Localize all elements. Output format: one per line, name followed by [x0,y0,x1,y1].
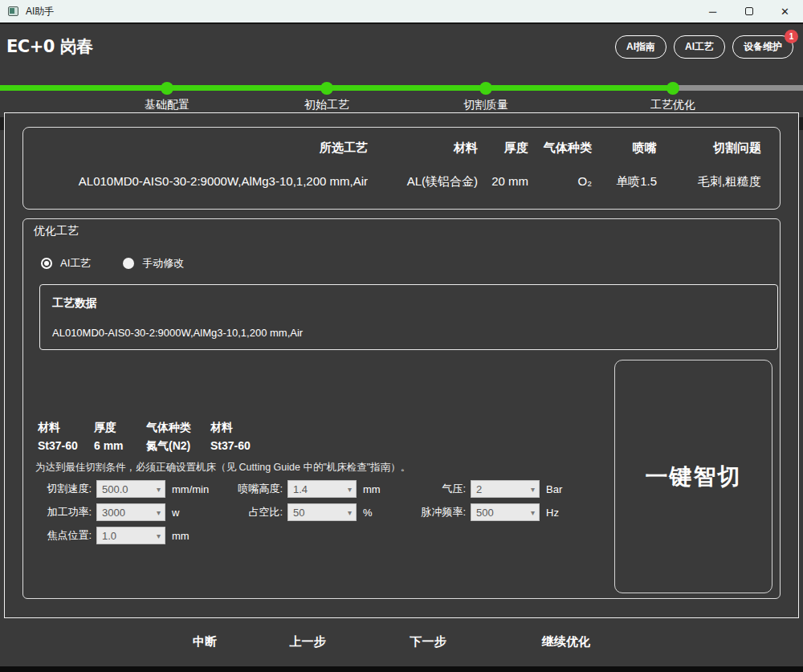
cutting-speed-unit: mm/min [172,483,228,495]
gas-pressure-value: 2 [471,483,531,495]
duty-cycle-label: 占空比: [228,505,283,519]
cell-selected-process: AL010MD0-AIS0-30-2:9000W,AlMg3-10,1,200 … [43,174,368,189]
laser-power-unit: w [172,507,228,519]
nozzle-height-label: 喷嘴高度: [228,482,283,496]
previous-step-button[interactable]: 上一步 [290,634,326,650]
step-label-initial-process[interactable]: 初始工艺 [304,98,349,112]
material-value: St37-60 [38,439,94,452]
table-row: AL010MD0-AIS0-30-2:9000W,AlMg3-10,1,200 … [43,156,760,189]
thickness-label: 厚度 [94,421,146,435]
step-label-cut-quality[interactable]: 切割质量 [463,98,508,112]
groupbox-title: 优化工艺 [34,224,780,238]
chevron-down-icon: ▾ [348,485,356,494]
maximize-icon [745,7,753,15]
col-header-material: 材料 [368,141,478,156]
title-bar: AI助手 ─ ✕ [0,0,803,24]
gas-type-label: 气体种类 [146,421,210,435]
cell-gas-type: O₂ [528,174,592,189]
next-step-button[interactable]: 下一步 [410,634,446,650]
focus-position-select[interactable]: 1.0 ▾ [96,527,165,544]
gas-pressure-unit: Bar [546,483,562,495]
chevron-down-icon: ▾ [348,508,356,517]
cell-cut-issue: 毛刺,粗糙度 [657,174,761,189]
device-maintenance-label: 设备维护 [744,41,782,52]
material-info-item: 气体种类 氮气(N2) [146,421,210,454]
thickness-value: 6 mm [94,439,146,452]
continue-optimize-button[interactable]: 继续优化 [542,634,590,650]
chevron-down-icon: ▾ [531,508,539,517]
laser-power-select[interactable]: 3000 ▾ [96,503,165,521]
ai-process-button[interactable]: AI工艺 [674,35,725,59]
cell-nozzle: 单喷1.5 [592,174,657,189]
header: EC+0 岗春 AI指南 AI工艺 设备维护 1 [0,24,803,69]
col-header-cut-issue: 切割问题 [657,141,761,156]
duty-cycle-select[interactable]: 50 ▾ [287,503,357,521]
laser-power-value: 3000 [97,507,157,519]
step-dot-process-optimize [666,82,679,95]
pulse-frequency-label: 脉冲频率: [387,505,466,519]
gas-pressure-label: 气压: [387,482,466,496]
step-label-basic-config[interactable]: 基础配置 [145,98,190,112]
one-click-smart-cut-button[interactable]: 一键智切 [614,360,772,593]
nozzle-height-select[interactable]: 1.4 ▾ [287,480,357,498]
progress-track-fill [0,85,675,91]
gas-type-value: 氮气(N2) [146,439,210,454]
optimize-process-groupbox: 优化工艺 AI工艺 手动修改 工艺数据 AL010MD0-AIS0-30-2:9… [22,218,781,599]
ai-guide-button[interactable]: AI指南 [615,35,666,59]
col-header-nozzle: 喷嘴 [592,141,657,156]
step-label-process-optimize[interactable]: 工艺优化 [650,98,695,112]
abort-button[interactable]: 中断 [193,634,217,650]
window-controls: ─ ✕ [695,0,803,22]
summary-header-row: 所选工艺 材料 厚度 气体种类 喷嘴 切割问题 [43,141,760,156]
gas-pressure-select[interactable]: 2 ▾ [471,480,540,498]
progress-stepper: 基础配置 初始工艺 切割质量 工艺优化 [0,75,803,116]
header-buttons: AI指南 AI工艺 设备维护 1 [615,35,797,59]
app-window-icon [8,6,18,16]
ai-process-radio[interactable] [41,258,52,269]
mode-radio-group: AI工艺 手动修改 [41,256,780,271]
material-info-item: 材料 St37-60 [210,421,251,454]
material-label: 材料 [38,421,94,435]
ai-process-radio-label[interactable]: AI工艺 [60,256,91,271]
manual-edit-radio-label[interactable]: 手动修改 [142,256,184,271]
pulse-frequency-value: 500 [471,507,531,519]
selected-process-summary-card: 所选工艺 材料 厚度 气体种类 喷嘴 切割问题 AL010MD0-AIS0-30… [22,127,781,210]
close-button[interactable]: ✕ [767,0,803,22]
focus-position-label: 焦点位置: [34,528,92,543]
cutting-speed-label: 切割速度: [34,482,92,496]
process-data-box: 工艺数据 AL010MD0-AIS0-30-2:9000W,AlMg3-10,1… [39,284,778,350]
duty-cycle-unit: % [363,507,387,519]
cutting-speed-select[interactable]: 500.0 ▾ [96,480,165,498]
window-title: AI助手 [26,5,54,18]
laser-power-label: 加工功率: [34,505,92,519]
focus-position-unit: mm [172,530,228,542]
material-info-item: 厚度 6 mm [94,421,146,454]
step-dot-initial-process [320,82,333,95]
nozzle-height-unit: mm [363,483,387,495]
material2-value: St37-60 [210,439,251,452]
col-header-thickness: 厚度 [478,141,528,156]
pulse-frequency-select[interactable]: 500 ▾ [471,503,540,521]
device-maintenance-button[interactable]: 设备维护 1 [732,35,793,59]
material-info-item: 材料 St37-60 [38,421,94,454]
chevron-down-icon: ▾ [157,485,165,494]
maximize-button[interactable] [731,0,767,22]
col-header-gas-type: 气体种类 [528,141,592,156]
focus-position-value: 1.0 [97,530,157,542]
minimize-button[interactable]: ─ [695,0,731,22]
nozzle-height-value: 1.4 [288,483,348,495]
bottom-edge [0,666,803,672]
step-dot-basic-config [161,82,173,95]
duty-cycle-value: 50 [288,507,348,519]
pulse-frequency-unit: Hz [546,507,559,519]
cell-material: AL(镁铝合金) [368,174,478,189]
material2-label: 材料 [210,421,251,435]
manual-edit-radio[interactable] [123,258,134,269]
process-data-value: AL010MD0-AIS0-30-2:9000W,AlMg3-10,1,200 … [52,327,777,339]
cell-thickness: 20 mm [478,174,528,189]
notification-badge: 1 [785,30,798,43]
chevron-down-icon: ▾ [157,531,165,540]
footer-bar: 中断 上一步 下一步 继续优化 [0,618,803,666]
col-header-selected-process: 所选工艺 [43,141,368,156]
process-data-title: 工艺数据 [52,296,777,311]
